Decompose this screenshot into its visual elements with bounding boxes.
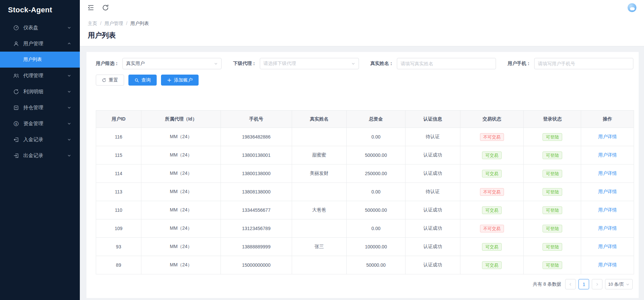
chevron-down-icon xyxy=(67,153,71,157)
page-number-button[interactable]: 1 xyxy=(578,279,589,289)
user-detail-link[interactable]: 用户详情 xyxy=(598,262,617,267)
query-button[interactable]: 查询 xyxy=(128,75,157,86)
user-detail-link[interactable]: 用户详情 xyxy=(598,207,617,212)
refresh-icon[interactable] xyxy=(102,4,109,11)
funds-icon: $ xyxy=(13,121,19,127)
page-title: 用户列表 xyxy=(80,27,644,46)
chevron-down-icon xyxy=(67,106,71,110)
cell-real-name: 美丽发财 xyxy=(292,164,347,183)
chevron-down-icon xyxy=(67,90,71,94)
sidebar-item-deposit[interactable]: 入金记录 xyxy=(0,132,80,148)
top-block: 主页/用户管理/用户列表 用户列表 xyxy=(80,0,644,46)
sidebar-item-agents[interactable]: 代理管理 xyxy=(0,68,80,84)
sidebar: Stock-Agent 仪表盘用户管理用户列表代理管理利润明细持仓管理$资金管理… xyxy=(0,0,80,300)
filter-group-real-name: 真实姓名： xyxy=(370,58,496,69)
cell-phone: 15000000000 xyxy=(221,256,292,274)
sidebar-item-withdraw[interactable]: 出金记录 xyxy=(0,148,80,163)
prev-page-button[interactable] xyxy=(565,279,576,289)
cell-user-id: 113 xyxy=(96,183,141,201)
pagination-total: 共有 8 条数据 xyxy=(533,281,562,287)
breadcrumb-item-home[interactable]: 主页 xyxy=(88,21,97,26)
login-status-badge: 可登陆 xyxy=(543,133,562,141)
cell-phone: 13888889999 xyxy=(221,238,292,256)
sidebar-item-user-list[interactable]: 用户列表 xyxy=(0,52,80,68)
chevron-down-icon xyxy=(214,62,218,66)
toolbar xyxy=(80,0,644,15)
cell-auth-info: 认证成功 xyxy=(405,238,460,256)
sidebar-item-positions[interactable]: 持仓管理 xyxy=(0,100,80,116)
table-row: 113MM（24）138081380000.00待认证不可交易可登陆用户详情 xyxy=(96,183,634,201)
column-header-login-status: 登录状态 xyxy=(524,111,581,128)
sidebar-item-users[interactable]: 用户管理 xyxy=(0,36,80,52)
cell-real-name: 大爸爸 xyxy=(292,201,347,219)
reset-button[interactable]: 重置 xyxy=(96,75,124,86)
button-label: 重置 xyxy=(109,77,118,83)
main-area: 主页/用户管理/用户列表 用户列表 用户筛选：真实用户下级代理：请选择下级代理真… xyxy=(80,0,644,300)
sub-agent-select[interactable]: 请选择下级代理 xyxy=(260,58,359,69)
page-size-select[interactable]: 10 条/页 xyxy=(605,279,633,289)
cell-agent: MM（24） xyxy=(141,201,221,219)
real-name-input[interactable] xyxy=(397,58,496,69)
withdraw-icon xyxy=(13,153,19,158)
pagination: 共有 8 条数据 1 10 条/页 xyxy=(96,279,635,289)
chevron-right-icon xyxy=(595,282,599,286)
column-header-agent: 所属代理（Id） xyxy=(141,111,221,128)
user-detail-link[interactable]: 用户详情 xyxy=(598,244,617,249)
phone-input[interactable] xyxy=(534,58,633,69)
add-account-button[interactable]: 添加账户 xyxy=(161,75,199,86)
cell-action: 用户详情 xyxy=(581,128,634,146)
user-detail-link[interactable]: 用户详情 xyxy=(598,152,617,157)
user-detail-link[interactable]: 用户详情 xyxy=(598,134,617,139)
login-status-badge: 可登陆 xyxy=(543,188,562,196)
table-wrap: 用户ID所属代理（Id）手机号真实姓名总资金认证信息交易状态登录状态操作 116… xyxy=(96,110,635,274)
cell-trade-status: 可交易 xyxy=(460,256,524,274)
user-list-card: 用户筛选：真实用户下级代理：请选择下级代理真实姓名：用户手机： 重置查询添加账户… xyxy=(86,52,639,298)
sidebar-item-dashboard[interactable]: 仪表盘 xyxy=(0,20,80,36)
cell-auth-info: 待认证 xyxy=(405,128,460,146)
next-page-button[interactable] xyxy=(592,279,602,289)
cell-phone: 13800138000 xyxy=(221,164,292,183)
cell-funds: 0.00 xyxy=(347,219,405,238)
cell-agent: MM（24） xyxy=(141,256,221,274)
reset-icon xyxy=(102,78,106,83)
svg-text:$: $ xyxy=(15,122,17,125)
cell-real-name xyxy=(292,183,347,201)
user-detail-link[interactable]: 用户详情 xyxy=(598,225,617,231)
login-status-badge: 可登陆 xyxy=(543,206,562,214)
cell-action: 用户详情 xyxy=(581,238,634,256)
table-row: 116MM（24）198364828860.00待认证不可交易可登陆用户详情 xyxy=(96,128,634,146)
app-logo: Stock-Agent xyxy=(0,0,80,20)
chevron-down-icon xyxy=(351,62,355,66)
cell-user-id: 93 xyxy=(96,238,141,256)
cell-phone: 19836482886 xyxy=(221,128,292,146)
breadcrumb: 主页/用户管理/用户列表 xyxy=(80,15,644,27)
cell-agent: MM（24） xyxy=(141,183,221,201)
user-avatar[interactable] xyxy=(627,3,637,12)
sidebar-menu: 仪表盘用户管理用户列表代理管理利润明细持仓管理$资金管理入金记录出金记录 xyxy=(0,20,80,163)
cell-login-status: 可登陆 xyxy=(524,201,581,219)
deposit-icon xyxy=(13,137,19,143)
agents-icon xyxy=(13,73,19,79)
cell-trade-status: 不可交易 xyxy=(460,128,524,146)
sidebar-item-funds[interactable]: $资金管理 xyxy=(0,116,80,132)
user-detail-link[interactable]: 用户详情 xyxy=(598,170,617,176)
sidebar-item-profit[interactable]: 利润明细 xyxy=(0,84,80,100)
cell-auth-info: 认证成功 xyxy=(405,201,460,219)
user-detail-link[interactable]: 用户详情 xyxy=(598,189,617,194)
search-icon xyxy=(134,78,139,83)
menu-fold-icon[interactable] xyxy=(87,4,94,11)
sidebar-item-label: 入金记录 xyxy=(23,137,67,143)
select-placeholder: 请选择下级代理 xyxy=(263,61,296,67)
user-type-select[interactable]: 真实用户 xyxy=(122,58,222,69)
cell-action: 用户详情 xyxy=(581,164,634,183)
button-label: 添加账户 xyxy=(174,77,193,83)
breadcrumb-item-user-management[interactable]: 用户管理 xyxy=(104,21,123,26)
cell-action: 用户详情 xyxy=(581,219,634,238)
column-header-phone: 手机号 xyxy=(221,111,292,128)
cell-auth-info: 认证成功 xyxy=(405,164,460,183)
filter-group-user-type: 用户筛选：真实用户 xyxy=(96,58,222,69)
cell-trade-status: 可交易 xyxy=(460,238,524,256)
cell-action: 用户详情 xyxy=(581,256,634,274)
cell-agent: MM（24） xyxy=(141,238,221,256)
cell-phone: 13344556677 xyxy=(221,201,292,219)
